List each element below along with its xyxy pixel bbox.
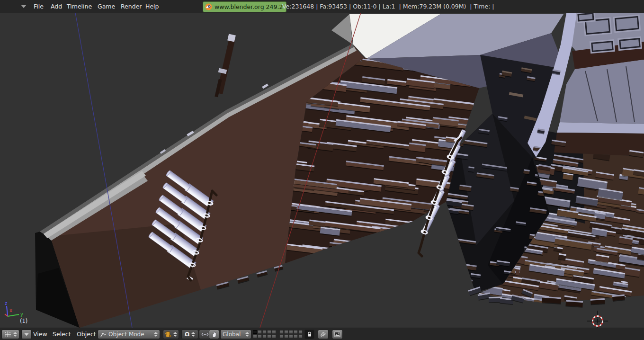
mode-dropdown-label: Object Mode <box>108 331 151 338</box>
layer-group-2 <box>279 330 303 338</box>
pan-hand-icon <box>211 331 217 338</box>
view3d-header-bar: View Select Object Object Mode Ω <box>0 328 644 340</box>
menu-object[interactable]: Object <box>77 331 96 338</box>
layer-toggle[interactable] <box>294 330 298 334</box>
layer-toggle[interactable] <box>258 334 262 338</box>
lock-layers-button[interactable] <box>304 330 314 339</box>
layer-toggle[interactable] <box>253 330 257 334</box>
menu-view[interactable]: View <box>33 331 47 338</box>
pivot-dropdown[interactable]: Ω <box>181 330 198 339</box>
pan-hand-button[interactable] <box>209 330 219 339</box>
layer-toggle[interactable] <box>294 334 298 338</box>
viewport-canvas[interactable]: yzx(1) <box>0 0 644 340</box>
layer-toggle[interactable] <box>267 334 271 338</box>
orientation-dropdown[interactable]: Global <box>220 330 251 339</box>
top-header-bar: File Add Timeline Game Render Help www.b… <box>0 0 644 13</box>
active-layer-badge: (1) <box>20 318 27 324</box>
manipulator-icon <box>201 332 209 337</box>
editor-type-button[interactable] <box>1 330 19 339</box>
layer-toggle[interactable] <box>267 330 271 334</box>
mode-dropdown-arrows <box>154 332 158 337</box>
layer-toggle[interactable] <box>272 330 276 334</box>
header-collapse-button[interactable] <box>21 330 32 339</box>
layer-toggle[interactable] <box>284 330 288 334</box>
layer-toggle[interactable] <box>258 330 262 334</box>
render-preview-icon <box>334 331 340 337</box>
layer-toggle[interactable] <box>284 334 288 338</box>
lock-icon <box>307 331 312 337</box>
layer-buttons <box>253 330 303 338</box>
panel-collapse-icon <box>24 333 29 336</box>
blender-version-badge: www.blender.org 249.2 <box>203 1 286 12</box>
layer-toggle[interactable] <box>289 334 293 338</box>
orientation-arrows <box>245 332 249 337</box>
pivot-spinner <box>191 332 195 337</box>
menu-timeline[interactable]: Timeline <box>67 3 92 10</box>
menu-file[interactable]: File <box>34 3 44 10</box>
svg-text:x: x <box>9 308 12 313</box>
orientation-label: Global <box>223 331 242 338</box>
object-mode-icon <box>100 331 107 338</box>
layer-toggle[interactable] <box>262 334 267 338</box>
editor-type-spinner[interactable] <box>13 332 17 337</box>
window-menus-collapse-icon[interactable] <box>21 5 27 8</box>
svg-text:y: y <box>20 312 23 317</box>
menu-game[interactable]: Game <box>98 3 115 10</box>
mode-dropdown[interactable]: Object Mode <box>98 330 160 339</box>
layer-toggle[interactable] <box>253 334 257 338</box>
render-preview-button[interactable] <box>332 330 343 339</box>
snap-button[interactable] <box>318 330 329 339</box>
draw-type-button[interactable] <box>163 330 179 339</box>
solid-draw-icon <box>165 331 171 338</box>
menu-render[interactable]: Render <box>121 3 142 10</box>
viewport-editor-icon <box>4 331 11 338</box>
layer-toggle[interactable] <box>279 330 284 334</box>
layer-toggle[interactable] <box>262 330 267 334</box>
rotation-pivot-icon: Ω <box>185 331 189 337</box>
magnet-snap-icon <box>320 331 326 338</box>
menu-select[interactable]: Select <box>53 331 71 338</box>
layer-toggle[interactable] <box>289 330 293 334</box>
layer-toggle[interactable] <box>298 330 303 334</box>
layer-toggle[interactable] <box>298 334 303 338</box>
blender-window: { "header": { "collapse_icon": "window-m… <box>0 0 644 340</box>
draw-type-spinner <box>173 332 177 337</box>
menu-add[interactable]: Add <box>51 3 62 10</box>
menu-help[interactable]: Help <box>145 3 159 10</box>
svg-text:z: z <box>5 301 7 306</box>
layer-toggle[interactable] <box>272 334 276 338</box>
layer-group-1 <box>253 330 276 338</box>
layer-toggle[interactable] <box>279 334 284 338</box>
badge-label: www.blender.org 249.2 <box>215 3 283 10</box>
scene-statistics: Ve:231648 | Fa:93453 | Ob:11-0 | La:1 | … <box>282 3 494 10</box>
blender-logo-icon <box>205 3 212 10</box>
